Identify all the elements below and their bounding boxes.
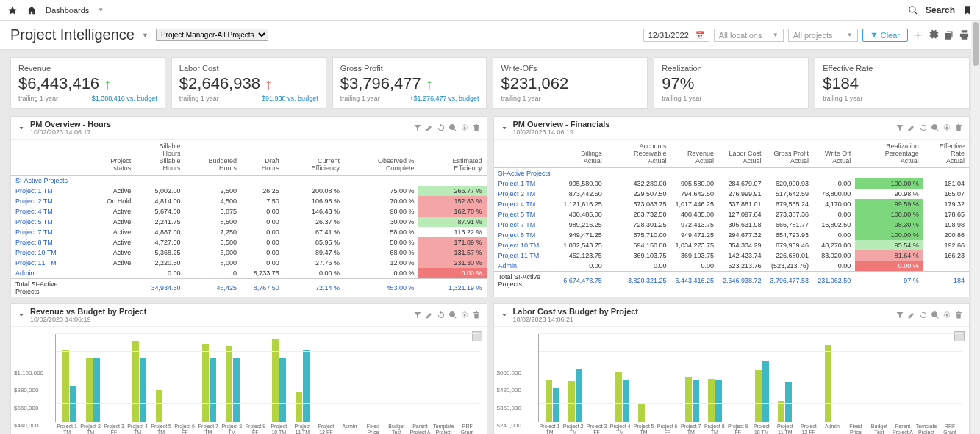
search-label[interactable]: Search [926, 5, 955, 15]
row-link[interactable]: Project 11 TM [494, 250, 559, 261]
bar[interactable] [553, 388, 559, 422]
search-icon[interactable] [908, 5, 918, 15]
group-header[interactable]: SI-Active Projects [494, 168, 970, 179]
edit-icon[interactable] [907, 311, 916, 319]
gear-icon[interactable] [460, 123, 469, 132]
gear-icon[interactable] [928, 29, 939, 40]
row-link[interactable]: Project 8 TM [494, 230, 559, 240]
collapse-icon[interactable] [500, 311, 509, 319]
row-link[interactable]: Project 5 TM [11, 217, 87, 227]
gear-icon[interactable] [943, 123, 951, 132]
bar[interactable] [755, 370, 762, 422]
bar[interactable] [93, 358, 100, 422]
collapse-icon[interactable] [17, 123, 26, 132]
trash-icon[interactable] [954, 123, 963, 132]
gear-icon[interactable] [943, 311, 951, 319]
row-link[interactable]: Project 8 TM [11, 237, 87, 247]
bar[interactable] [615, 372, 622, 422]
trash-icon[interactable] [954, 311, 963, 319]
bar[interactable] [685, 377, 692, 422]
bar[interactable] [762, 361, 769, 422]
trash-icon[interactable] [472, 123, 481, 132]
group-header[interactable]: SI-Active Projects [11, 176, 487, 187]
collapse-icon[interactable] [500, 123, 509, 132]
bar[interactable] [132, 341, 139, 422]
bar[interactable] [140, 358, 146, 422]
bar[interactable] [233, 358, 240, 422]
bar[interactable] [272, 339, 279, 422]
filter-icon[interactable] [413, 123, 422, 132]
chevron-down-icon[interactable]: ▼ [98, 7, 104, 13]
row-link[interactable]: Project 10 TM [11, 247, 87, 258]
row-link[interactable]: Project 1 TM [494, 178, 559, 189]
dashboards-menu[interactable]: Dashboards [46, 6, 89, 15]
row-link[interactable]: Project 4 TM [494, 199, 559, 209]
refresh-icon[interactable] [919, 311, 928, 319]
search-icon[interactable] [448, 311, 457, 319]
filter-icon[interactable] [895, 311, 904, 319]
locations-select[interactable]: All locations▼ [714, 29, 784, 42]
projects-select[interactable]: All projects▼ [788, 29, 858, 42]
refresh-icon[interactable] [919, 123, 928, 132]
plus-icon[interactable] [912, 29, 923, 40]
bar[interactable] [785, 382, 792, 422]
refresh-icon[interactable] [437, 123, 446, 132]
bar[interactable] [226, 346, 232, 422]
bookmark-icon[interactable] [962, 5, 973, 15]
row-link[interactable]: Admin [494, 261, 559, 272]
row-link[interactable]: Project 5 TM [494, 209, 559, 220]
table-row: Project 4 TM1,121,616.25573,083.751,017,… [494, 199, 970, 209]
search-icon[interactable] [448, 123, 457, 132]
row-link[interactable]: Project 2 TM [11, 196, 87, 206]
bar[interactable] [202, 344, 209, 422]
bar[interactable] [568, 381, 575, 422]
home-icon[interactable] [26, 5, 37, 15]
filter-icon[interactable] [895, 123, 904, 132]
refresh-icon[interactable] [437, 311, 446, 319]
project-manager-select[interactable]: Project Manager-All Projects [156, 29, 268, 41]
bar[interactable] [210, 358, 216, 422]
bar[interactable] [156, 390, 162, 422]
row-link[interactable]: Project 11 TM [11, 258, 87, 268]
bar[interactable] [715, 380, 722, 422]
edit-icon[interactable] [425, 311, 434, 319]
bar[interactable] [708, 379, 715, 422]
date-input[interactable]: 12/31/2022 📅 [643, 29, 709, 42]
row-link[interactable]: Project 7 TM [11, 227, 87, 237]
collapse-icon[interactable] [17, 311, 26, 319]
row-link[interactable]: Project 1 TM [11, 186, 87, 196]
panel-title: PM Overview - Hours [30, 120, 111, 129]
scrollbar-thumb[interactable] [973, 22, 979, 66]
bar[interactable] [279, 358, 286, 422]
bar[interactable] [296, 392, 302, 422]
print-icon[interactable] [959, 29, 970, 40]
cell: 100.00 % [855, 230, 923, 240]
gear-icon[interactable] [460, 311, 469, 319]
row-link[interactable]: Admin [11, 268, 87, 279]
filter-icon[interactable] [413, 311, 422, 319]
search-icon[interactable] [931, 123, 940, 132]
search-icon[interactable] [931, 311, 940, 319]
row-link[interactable]: Project 4 TM [11, 206, 87, 217]
cell: 229,507.50 [607, 189, 671, 199]
row-link[interactable]: Project 10 TM [494, 240, 559, 250]
bar[interactable] [693, 380, 699, 422]
row-link[interactable]: Project 7 TM [494, 220, 559, 230]
scrollbar[interactable] [971, 21, 980, 434]
bar[interactable] [638, 403, 645, 422]
edit-icon[interactable] [425, 123, 434, 132]
copy-icon[interactable] [943, 29, 954, 40]
edit-icon[interactable] [907, 123, 916, 132]
cell: 0.00 % [418, 268, 486, 279]
cell: 2,220.50 [135, 258, 185, 268]
bar[interactable] [825, 345, 831, 422]
star-icon[interactable] [7, 5, 18, 15]
cell: 266.77 % [418, 186, 486, 196]
col-header: Billable HoursBillable Hours [135, 140, 185, 176]
chevron-down-icon[interactable]: ▼ [142, 32, 149, 39]
row-link[interactable]: Project 2 TM [494, 189, 559, 199]
bar[interactable] [576, 369, 582, 422]
clear-button[interactable]: Clear [862, 29, 908, 42]
trash-icon[interactable] [472, 311, 481, 319]
bar[interactable] [623, 380, 629, 422]
